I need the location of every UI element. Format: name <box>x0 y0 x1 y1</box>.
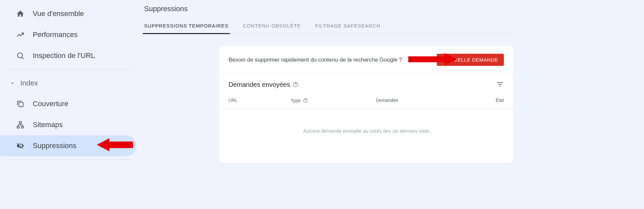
filter-icon[interactable] <box>496 81 504 88</box>
svg-rect-2 <box>19 103 23 107</box>
trending-up-icon <box>16 30 25 39</box>
new-request-button[interactable]: NOUVELLE DEMANDE <box>437 54 504 66</box>
main-content: Suppressions Suppressions temporaires Co… <box>138 0 644 209</box>
empty-state: Aucune demande envoyée au cours des six … <box>219 108 513 163</box>
sidebar: Vue d'ensemble Performances Inspection d… <box>0 0 138 209</box>
divider <box>7 160 131 160</box>
visibility-off-icon <box>16 141 25 150</box>
svg-point-0 <box>17 53 22 58</box>
sidebar-item-url-inspection[interactable]: Inspection de l'URL <box>0 45 136 66</box>
column-header-date: Demandée <box>376 98 461 104</box>
sidebar-section-label: Index <box>20 79 38 87</box>
requests-card: Besoin de supprimer rapidement du conten… <box>219 46 513 163</box>
column-header-type: Type <box>291 98 376 104</box>
svg-line-1 <box>22 57 24 59</box>
search-icon <box>16 51 25 60</box>
card-subtitle: Demandes envoyées <box>229 81 299 88</box>
annotation-arrow-icon <box>97 136 133 155</box>
sidebar-item-label: Vue d'ensemble <box>33 10 84 18</box>
sidebar-item-coverage[interactable]: Couverture <box>0 93 136 114</box>
tab-safesearch-filtering[interactable]: Filtrage SafeSearch <box>314 18 382 34</box>
card-prompt: Besoin de supprimer rapidement du conten… <box>229 57 402 63</box>
divider <box>7 69 131 70</box>
sidebar-item-label: Sitemaps <box>33 121 63 129</box>
copy-icon <box>16 99 25 108</box>
sidebar-item-overview[interactable]: Vue d'ensemble <box>0 3 136 24</box>
sidebar-item-label: Couverture <box>33 100 68 108</box>
card-subtitle-text: Demandes envoyées <box>229 81 290 88</box>
column-header-type-label: Type <box>291 98 301 103</box>
card-header: Besoin de supprimer rapidement du conten… <box>219 46 513 74</box>
svg-point-11 <box>305 102 306 102</box>
sidebar-item-performance[interactable]: Performances <box>0 24 136 45</box>
tabs: Suppressions temporaires Contenu obsolèt… <box>143 18 513 34</box>
page-title: Suppressions <box>143 5 644 18</box>
help-icon[interactable] <box>303 98 308 104</box>
sidebar-item-label: Performances <box>33 30 78 39</box>
tab-outdated-content[interactable]: Contenu obsolète <box>242 18 302 34</box>
column-header-url: URL <box>229 98 291 104</box>
help-icon[interactable] <box>293 82 299 87</box>
svg-point-9 <box>295 86 296 86</box>
table-header-row: URL Type Demandée État <box>219 93 513 108</box>
sidebar-item-label: Inspection de l'URL <box>33 51 95 60</box>
svg-rect-5 <box>21 126 24 128</box>
svg-rect-3 <box>19 122 22 123</box>
sidebar-item-removals[interactable]: Suppressions <box>0 135 136 156</box>
card-subheader: Demandes envoyées <box>219 74 513 93</box>
svg-marker-6 <box>97 138 133 151</box>
chevron-down-icon <box>9 80 16 86</box>
sidebar-item-sitemaps[interactable]: Sitemaps <box>0 114 136 135</box>
column-header-state: État <box>461 98 504 104</box>
sidebar-section-index[interactable]: Index <box>0 73 138 93</box>
tab-temporary-removals[interactable]: Suppressions temporaires <box>143 18 230 34</box>
sitemap-icon <box>16 120 25 129</box>
sidebar-item-label: Suppressions <box>33 142 76 150</box>
home-icon <box>16 9 25 18</box>
svg-rect-4 <box>17 126 19 128</box>
